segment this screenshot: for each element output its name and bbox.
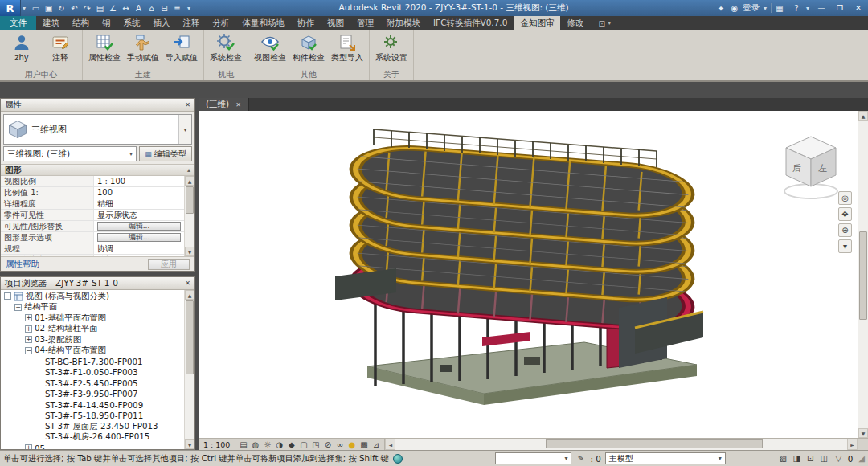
property-value[interactable]: 精细 (94, 198, 184, 209)
tree-item[interactable]: ST-BG-BF1-7.300-FP001 (1, 356, 184, 367)
ribbon-button[interactable]: 视图检查 (252, 31, 289, 62)
ribbon-tab[interactable]: 修改 (560, 16, 590, 30)
workset-combo[interactable]: ▾ (495, 452, 571, 464)
view-type-combo[interactable]: 三维视图: (三维) ▾ (3, 146, 137, 161)
ribbon-tab[interactable]: 视图 (321, 16, 350, 30)
analytical-model-icon[interactable]: ⊿ (371, 440, 381, 449)
ribbon-tab[interactable]: 管理 (350, 16, 380, 30)
editing-requests-icon[interactable]: ✎ (575, 454, 586, 463)
text-note-icon[interactable]: A (133, 4, 145, 13)
collapse-icon[interactable]: − (4, 292, 11, 300)
ribbon-button[interactable]: zhy (3, 31, 40, 62)
chevron-down-icon[interactable]: ▾ (762, 5, 768, 12)
ribbon-tab[interactable]: 注释 (177, 16, 207, 30)
scroll-thumb[interactable] (546, 439, 763, 448)
ribbon-tab[interactable]: 附加模块 (380, 16, 427, 30)
section-icon[interactable]: ⊟ (158, 4, 170, 13)
select-links-icon[interactable]: ⊡ (805, 454, 816, 463)
expand-icon[interactable]: + (25, 314, 32, 321)
redo-icon[interactable]: ↷ (81, 4, 93, 13)
property-value[interactable]: 显示原状态 (94, 210, 184, 220)
edit-type-button[interactable]: ▦ 编辑类型 (139, 146, 192, 161)
undo-icon[interactable]: ↶ (68, 4, 80, 13)
ribbon-tab[interactable]: 分析 (207, 16, 236, 30)
tree-item[interactable]: ST-3#-F5-18.950-FP011 (1, 411, 184, 422)
save-icon[interactable]: ▣ (43, 4, 55, 13)
design-options-combo[interactable]: 主模型▾ (605, 452, 726, 464)
graphics-section-header[interactable]: 图形 ▴ (1, 164, 194, 176)
close-icon[interactable]: ✕ (235, 101, 241, 108)
collapse-icon[interactable]: − (25, 347, 32, 354)
close-icon[interactable]: ✕ (185, 101, 190, 108)
type-selector[interactable]: 三维视图 ▾ (3, 114, 192, 145)
tree-item[interactable]: ST-3#-F2-5.450-FP005 (1, 378, 184, 389)
scroll-thumb[interactable] (186, 186, 194, 214)
nav-more-icon[interactable]: ▾ (838, 239, 852, 253)
tree-item[interactable]: ST-3#-机房-26.400-FP015 (1, 432, 184, 444)
scroll-right-icon[interactable]: ► (847, 439, 858, 450)
file-tab[interactable]: 文件 (0, 16, 36, 30)
sync-icon[interactable]: ↻ (55, 4, 68, 13)
open-icon[interactable]: ▭ (30, 4, 42, 13)
property-value[interactable]: 协调 (94, 243, 184, 254)
browser-scrollbar[interactable]: ▲ ▼ (184, 290, 194, 449)
scroll-thumb[interactable] (186, 300, 194, 374)
property-value[interactable]: 1 : 100 (94, 176, 184, 186)
tree-item[interactable]: −结构平面 (1, 302, 184, 313)
tree-item[interactable]: ST-3#-屋面层-23.450-FP013 (1, 421, 184, 432)
customize-qat-icon[interactable]: ▾ (186, 5, 192, 12)
scroll-down-icon[interactable]: ▼ (858, 428, 868, 438)
ribbon-button[interactable]: 类型导入 (329, 31, 366, 62)
scroll-left-icon[interactable]: ◄ (385, 439, 395, 450)
ribbon-button[interactable]: 构件检查 (290, 31, 327, 62)
tree-item[interactable]: +02-结构墙柱平面 (1, 324, 184, 335)
tree-item[interactable]: +03-梁配筋图 (1, 334, 184, 345)
property-value[interactable]: 编辑... (94, 232, 184, 243)
scroll-up-icon[interactable]: ▲ (858, 111, 868, 121)
ribbon-button[interactable]: 注释 (42, 31, 79, 62)
properties-help-link[interactable]: 属性帮助 (6, 259, 39, 270)
tree-item[interactable]: ST-3#-F1-0.050-FP003 (1, 367, 184, 378)
shadows-icon[interactable]: ◑ (274, 440, 285, 449)
tree-item[interactable]: ST-3#-F4-14.450-FP009 (1, 399, 184, 411)
tree-item[interactable]: ST-3#-F3-9.950-FP007 (1, 389, 184, 400)
ribbon-tab[interactable]: 插入 (147, 16, 177, 30)
tree-item[interactable]: −04-结构平面布置图 (1, 345, 184, 357)
chevron-down-icon[interactable]: ▾ (178, 115, 191, 144)
unlocked-view-icon[interactable]: ⊘ (322, 440, 333, 449)
ribbon-button[interactable]: 属性检查 (86, 31, 123, 62)
chevron-down-icon[interactable]: ▾ (805, 5, 811, 12)
measure-icon[interactable]: ∠ (107, 4, 119, 13)
edit-button[interactable]: 编辑... (97, 233, 181, 242)
help-icon[interactable]: ? (791, 4, 802, 13)
collapse-icon[interactable]: − (14, 304, 22, 311)
communication-center-icon[interactable]: ✦ (715, 4, 727, 13)
ribbon-tab[interactable]: 钢 (96, 16, 117, 30)
ribbon-tab[interactable]: 结构 (66, 16, 96, 30)
scroll-up-icon[interactable]: ▲ (185, 176, 194, 186)
ribbon-tab[interactable]: 系统 (117, 16, 147, 30)
view-tab[interactable]: (三维) ✕ (199, 98, 249, 111)
minimize-button[interactable]: — (813, 2, 829, 14)
property-value[interactable]: 100 (94, 187, 184, 198)
steering-wheel-icon[interactable]: ◎ (838, 191, 852, 205)
scroll-down-icon[interactable]: ▼ (185, 439, 194, 449)
detail-level-icon[interactable]: ▤ (238, 440, 248, 449)
temporary-view-icon[interactable]: ▩ (358, 440, 369, 449)
scroll-up-icon[interactable]: ▲ (185, 290, 194, 300)
scroll-down-icon[interactable]: ▼ (185, 247, 194, 256)
login-button[interactable]: 登录 (743, 2, 760, 14)
reveal-constraints-icon[interactable]: ◨ (792, 454, 802, 463)
tree-item[interactable]: −视图 (标高与视图分类) (1, 291, 184, 302)
drag-elements-icon[interactable]: ◫ (819, 454, 829, 463)
store-icon[interactable]: ▦ (774, 4, 785, 13)
ribbon-button[interactable]: 导入赋值 (163, 31, 200, 62)
resize-grip[interactable]: ◢ (858, 454, 865, 463)
user-icon[interactable]: ◉ (729, 4, 740, 13)
tree-item[interactable]: +05- (1, 443, 184, 449)
ribbon-tab[interactable]: 协作 (291, 16, 321, 30)
project-browser-header[interactable]: 项目浏览器 - ZJYY-3#-ST-1-0 ✕ (1, 277, 194, 290)
reveal-hidden-icon[interactable]: ● (346, 440, 357, 449)
ribbon-tab[interactable]: IFC转换插件V0.7.0 (427, 16, 514, 30)
app-menu-button[interactable]: R (0, 0, 21, 16)
